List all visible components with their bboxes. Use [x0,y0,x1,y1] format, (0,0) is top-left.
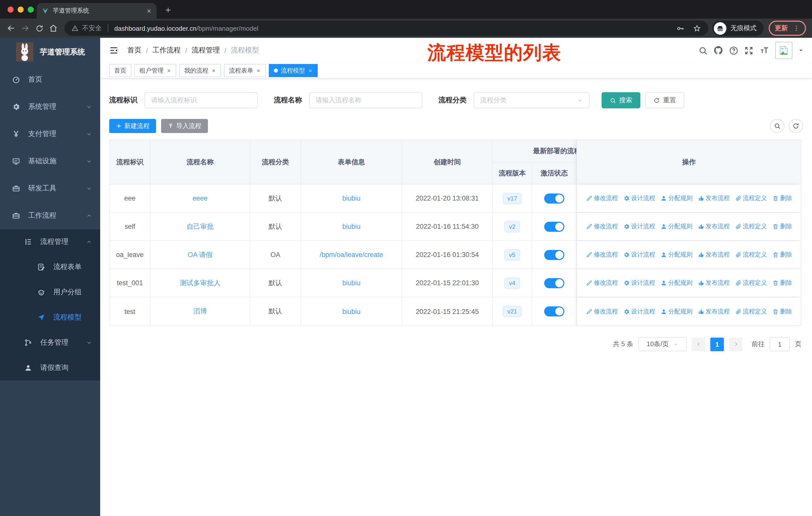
process-name-link[interactable]: 自己审批 [186,222,214,231]
action-delete[interactable]: 删除 [772,250,792,259]
action-publish[interactable]: 发布流程 [697,307,730,316]
sidebar-item-2[interactable]: 支付管理 [0,120,100,147]
breadcrumb-item[interactable]: 工作流程 [152,46,181,55]
action-delete[interactable]: 删除 [772,222,792,231]
key-icon[interactable] [676,24,685,32]
tag-2[interactable]: 我的流程 [179,64,221,77]
update-button[interactable]: 更新 [769,21,806,36]
tag-close-icon[interactable] [308,68,313,73]
active-toggle[interactable] [544,278,564,288]
action-edit[interactable]: 修改流程 [586,279,618,287]
action-assign[interactable]: 分配规则 [660,307,692,316]
reset-button[interactable]: 重置 [645,92,684,108]
active-toggle[interactable] [544,221,564,232]
action-publish[interactable]: 发布流程 [697,194,730,202]
process-category-select[interactable]: 流程分类 [474,92,589,108]
close-window-button[interactable] [7,6,13,12]
back-icon[interactable] [4,21,18,35]
url-bar[interactable]: 不安全 dashboard.yudao.iocoder.cn /bpm/mana… [64,21,708,36]
bookmark-star-icon[interactable] [693,24,701,32]
version-badge[interactable]: v2 [504,221,520,232]
tag-3[interactable]: 流程表单 [224,64,266,77]
version-badge[interactable]: v17 [503,193,522,204]
avatar[interactable] [775,42,792,59]
page-size-select[interactable]: 10条/页 [638,337,687,351]
current-page-button[interactable]: 1 [710,337,724,351]
process-name-link[interactable]: 测试多审批人 [180,278,221,288]
active-toggle[interactable] [544,193,564,203]
goto-page-input[interactable]: 1 [770,337,790,351]
action-assign[interactable]: 分配规则 [660,250,692,259]
sidebar-item-10[interactable]: 任务管理 [0,330,100,355]
home-icon[interactable] [46,21,60,35]
import-process-button[interactable]: 导入流程 [161,119,208,133]
action-design[interactable]: 设计流程 [623,307,655,316]
font-size-icon[interactable] [759,46,770,55]
action-definition[interactable]: 流程定义 [735,279,767,287]
show-search-button[interactable] [770,119,784,133]
prev-page-button[interactable] [692,337,705,351]
version-badge[interactable]: v21 [503,306,522,317]
process-name-link[interactable]: eeee [193,194,208,202]
breadcrumb-item[interactable]: 首页 [127,46,141,55]
action-assign[interactable]: 分配规则 [660,279,692,287]
refresh-table-button[interactable] [789,119,803,133]
action-design[interactable]: 设计流程 [623,194,655,202]
tag-close-icon[interactable] [256,68,261,73]
tag-close-icon[interactable] [167,68,171,73]
action-delete[interactable]: 删除 [772,307,792,316]
breadcrumb-item[interactable]: 流程管理 [192,46,220,55]
action-definition[interactable]: 流程定义 [735,194,767,202]
search-icon[interactable] [698,46,708,55]
reload-icon[interactable] [32,21,46,35]
form-info-link[interactable]: biubiu [342,308,360,315]
next-page-button[interactable] [729,337,743,351]
browser-tab[interactable]: 芋道管理系统 [37,3,156,19]
version-badge[interactable]: v5 [504,249,520,260]
search-button[interactable]: 搜索 [602,92,640,108]
tag-4[interactable]: 流程模型 [269,64,318,77]
create-process-button[interactable]: 新建流程 [109,119,156,133]
action-publish[interactable]: 发布流程 [697,250,730,259]
security-label[interactable]: 不安全 [82,24,102,33]
action-edit[interactable]: 修改流程 [586,222,618,231]
action-assign[interactable]: 分配规则 [660,194,692,202]
action-assign[interactable]: 分配规则 [660,222,692,231]
sidebar-item-8[interactable]: 用户分组 [0,280,100,305]
action-edit[interactable]: 修改流程 [586,250,618,259]
process-name-input[interactable]: 请输入流程名称 [309,92,423,108]
tab-close-icon[interactable] [146,8,151,13]
process-key-input[interactable]: 请输入流程标识 [144,92,258,108]
form-info-link[interactable]: /bpm/oa/leave/create [320,251,383,259]
process-name-link[interactable]: OA 请假 [187,250,212,259]
sidebar-item-11[interactable]: 请假查询 [0,355,100,380]
sidebar-item-4[interactable]: 研发工具 [0,175,100,202]
sidebar-item-3[interactable]: 基础设施 [0,147,100,175]
tag-1[interactable]: 租户管理 [135,64,176,77]
process-name-link[interactable]: 滔博 [193,307,207,316]
sidebar-fold-icon[interactable] [109,46,118,55]
github-icon[interactable] [713,45,723,55]
maximize-window-button[interactable] [28,6,34,12]
active-toggle[interactable] [544,306,564,317]
action-design[interactable]: 设计流程 [623,222,655,231]
fullscreen-icon[interactable] [744,46,754,55]
action-publish[interactable]: 发布流程 [697,222,730,231]
action-edit[interactable]: 修改流程 [586,307,618,316]
sidebar-item-7[interactable]: 流程表单 [0,254,100,280]
menu-dots-icon[interactable] [793,25,800,32]
caret-down-icon[interactable] [798,47,804,53]
action-definition[interactable]: 流程定义 [735,250,767,259]
form-info-link[interactable]: biubiu [342,279,360,287]
form-info-link[interactable]: biubiu [342,223,360,230]
action-delete[interactable]: 删除 [772,279,792,287]
help-icon[interactable] [729,46,738,55]
action-design[interactable]: 设计流程 [623,279,655,287]
action-definition[interactable]: 流程定义 [735,307,767,316]
forward-icon[interactable] [18,21,32,35]
action-delete[interactable]: 删除 [772,194,792,202]
action-publish[interactable]: 发布流程 [697,279,730,287]
sidebar-item-6[interactable]: 流程管理 [0,229,100,254]
sidebar-item-5[interactable]: 工作流程 [0,202,100,229]
sidebar-item-1[interactable]: 系统管理 [0,93,100,120]
